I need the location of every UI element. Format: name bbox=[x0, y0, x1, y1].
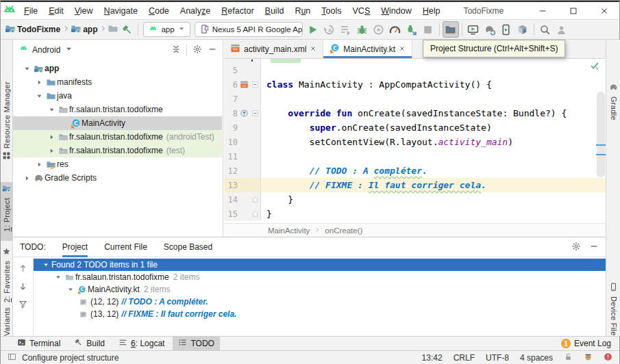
code-line[interactable]: 14 } bbox=[224, 192, 606, 207]
line-separator[interactable]: CRLF bbox=[454, 353, 475, 363]
todo-row[interactable]: (12, 12)// TODO : A compléter. bbox=[34, 296, 606, 308]
gradle-daemon-icon[interactable] bbox=[584, 352, 593, 363]
menu-analyze[interactable]: Analyze bbox=[175, 6, 216, 16]
code-line[interactable]: 13 // FIXME : Il faut corriger cela. bbox=[224, 178, 606, 192]
chevron-down-icon[interactable] bbox=[21, 65, 32, 73]
code-line[interactable]: 15} bbox=[224, 207, 606, 221]
menu-navigate[interactable]: Navigate bbox=[99, 6, 143, 16]
code-line[interactable]: 11 bbox=[224, 149, 606, 164]
collapse-all-button[interactable] bbox=[171, 44, 181, 56]
tree-row[interactable]: CMainActivity bbox=[13, 116, 222, 130]
code-line[interactable]: 8 override fun onCreate(savedInstanceSta… bbox=[224, 106, 606, 120]
sdk-manager-button[interactable] bbox=[514, 21, 531, 38]
editor-tab[interactable]: CMainActivity.kt bbox=[323, 40, 412, 58]
close-icon[interactable] bbox=[399, 44, 406, 54]
code-line[interactable]: 6<>class MainActivity : AppCompatActivit… bbox=[224, 77, 606, 92]
editor-tab[interactable]: <>activity_main.xml bbox=[224, 40, 323, 58]
tree-row[interactable]: fr.salaun.tristan.todofixme(androidTest) bbox=[13, 130, 222, 144]
menu-help[interactable]: Help bbox=[417, 6, 446, 16]
maximize-button[interactable] bbox=[558, 2, 588, 19]
chevron-down-icon[interactable] bbox=[46, 106, 57, 114]
toolwindow-button-todo[interactable]: TODO bbox=[173, 337, 219, 350]
menu-refactor[interactable]: Refactor bbox=[216, 6, 259, 16]
run-with-coverage-button[interactable] bbox=[371, 21, 387, 38]
menu-view[interactable]: View bbox=[69, 6, 99, 16]
profile-avatar-button[interactable] bbox=[554, 21, 570, 38]
chevron-right-icon[interactable] bbox=[34, 79, 45, 86]
todo-row[interactable]: (13, 12)// FIXME : Il faut corriger cela… bbox=[34, 308, 606, 320]
stripe-item-resource-manager[interactable]: Resource Manager bbox=[1, 79, 12, 160]
chevron-down-icon[interactable] bbox=[40, 261, 51, 268]
run-button[interactable] bbox=[305, 21, 321, 38]
chevron-right-icon[interactable] bbox=[34, 161, 45, 168]
todo-row[interactable]: fr.salaun.tristan.todofixme2 items bbox=[34, 271, 606, 283]
chevron-right-icon[interactable] bbox=[46, 133, 57, 141]
menu-tools[interactable]: Tools bbox=[316, 6, 347, 16]
device-select[interactable]: Nexus 5 API R Google Apps bbox=[195, 22, 303, 37]
gradle-sync-button[interactable] bbox=[482, 21, 498, 38]
lock-icon[interactable] bbox=[564, 352, 573, 363]
todo-scroll-mark[interactable] bbox=[596, 144, 606, 146]
stripe-item-2-favorites[interactable]: 2: Favorites bbox=[1, 245, 12, 304]
menu-file[interactable]: File bbox=[18, 6, 43, 16]
tree-row[interactable]: manifests bbox=[13, 75, 222, 89]
xml-gutter-icon[interactable]: <> bbox=[238, 80, 251, 89]
minimize-button[interactable] bbox=[527, 2, 558, 19]
todo-tab-current-file[interactable]: Current File bbox=[104, 237, 147, 257]
breadcrumb-module[interactable]: app bbox=[83, 25, 97, 34]
code-line[interactable]: 10 setContentView(R.layout.activity_main… bbox=[224, 135, 606, 149]
tree-row[interactable]: res bbox=[13, 157, 222, 171]
project-view-selector[interactable]: Android bbox=[32, 45, 60, 55]
stripe-item-gradle[interactable]: Gradle bbox=[606, 81, 620, 126]
chevron-down-icon[interactable] bbox=[65, 286, 76, 293]
tree-row[interactable]: fr.salaun.tristan.todofixme(test) bbox=[13, 144, 222, 157]
build-hammer-button[interactable] bbox=[119, 21, 135, 38]
close-icon[interactable] bbox=[310, 44, 317, 54]
settings-gear-button[interactable] bbox=[571, 242, 581, 253]
todo-row[interactable]: CMainActivity.kt2 items bbox=[34, 283, 606, 296]
code-line[interactable]: 5 bbox=[224, 63, 606, 77]
run-configuration-select[interactable]: app bbox=[143, 22, 190, 37]
chevron-down-icon[interactable] bbox=[53, 274, 64, 281]
tree-row[interactable]: Gradle Scripts bbox=[13, 171, 222, 185]
apply-code-changes-button[interactable] bbox=[338, 21, 354, 38]
hide-panel-button[interactable] bbox=[589, 242, 599, 253]
tree-row[interactable]: app bbox=[13, 62, 222, 75]
inspections-ok-icon[interactable] bbox=[590, 61, 599, 73]
menu-code[interactable]: Code bbox=[143, 6, 175, 16]
previous-todo-button[interactable] bbox=[18, 264, 27, 275]
fold-end-icon[interactable] bbox=[251, 196, 259, 203]
debug-button[interactable] bbox=[354, 21, 371, 38]
editor-scrollbar[interactable] bbox=[597, 92, 605, 177]
filter-todo-button[interactable] bbox=[18, 300, 27, 311]
fold-end-icon[interactable] bbox=[251, 211, 259, 217]
breadcrumb-project[interactable]: TodoFixme bbox=[17, 25, 60, 34]
chevron-down-icon[interactable] bbox=[34, 92, 45, 100]
search-everywhere-button[interactable] bbox=[537, 21, 554, 38]
stripe-item-1-project[interactable]: 1: Project bbox=[1, 182, 12, 241]
caret-position[interactable]: 13:42 bbox=[422, 353, 443, 363]
chevron-right-icon[interactable] bbox=[21, 174, 32, 182]
menu-run[interactable]: Run bbox=[289, 6, 316, 16]
profiler-button[interactable] bbox=[387, 21, 404, 38]
toolwindow-button-6-logcat[interactable]: 6: Logcat bbox=[113, 337, 170, 350]
toolwindow-button-terminal[interactable]: Terminal bbox=[12, 337, 66, 350]
todo-tab-scope-based[interactable]: Scope Based bbox=[164, 237, 212, 257]
toolwindow-toggle-icon[interactable] bbox=[8, 352, 16, 363]
tree-row[interactable]: fr.salaun.tristan.todofixme bbox=[13, 103, 222, 116]
fold-collapse-icon[interactable] bbox=[251, 110, 259, 116]
menu-vcs[interactable]: VCS bbox=[347, 6, 376, 16]
hide-panel-button[interactable] bbox=[208, 44, 217, 56]
settings-gear-button[interactable] bbox=[193, 44, 202, 56]
next-todo-button[interactable] bbox=[18, 282, 27, 293]
code-line[interactable]: 12 // TODO : A compléter. bbox=[224, 164, 606, 178]
breadcrumb-method[interactable]: onCreate() bbox=[325, 226, 362, 235]
device-manager-button[interactable] bbox=[498, 21, 514, 38]
file-encoding[interactable]: UTF-8 bbox=[486, 353, 509, 363]
override-gutter-icon[interactable] bbox=[238, 109, 251, 118]
menu-window[interactable]: Window bbox=[375, 6, 417, 16]
todo-row[interactable]: Found 2 TODO items in 1 file bbox=[34, 259, 606, 271]
code-line[interactable]: 9 super.onCreate(savedInstanceState) bbox=[224, 120, 606, 135]
menu-build[interactable]: Build bbox=[260, 6, 290, 16]
code-line[interactable]: 7 bbox=[224, 92, 606, 106]
